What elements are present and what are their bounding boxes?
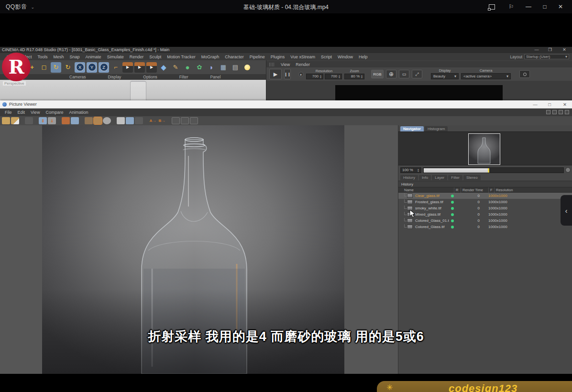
viewport-menu-item[interactable]: Cameras [69, 75, 86, 79]
pv-menu-item[interactable]: View [28, 110, 43, 115]
pv-minimize-button[interactable]: — [529, 100, 541, 109]
pan-tool-icon[interactable] [85, 117, 93, 124]
dock-float-icon[interactable] [559, 110, 563, 114]
pv-menu-item[interactable]: Compare [43, 110, 66, 115]
c4d-menu-item[interactable]: Plugins [268, 54, 288, 59]
player-maximize-button[interactable]: □ [540, 3, 549, 11]
rotate-tool-icon[interactable]: ↻ [51, 62, 61, 73]
compare-single-icon[interactable] [126, 117, 134, 124]
snapshot-camera-icon[interactable] [519, 70, 530, 78]
zoom-tool-icon[interactable] [94, 117, 102, 124]
viewport-menu-item[interactable]: Options [143, 75, 157, 79]
render-settings-icon[interactable]: ▶ [146, 62, 157, 73]
x-axis-lock-icon[interactable]: X [75, 62, 85, 73]
zoom-field[interactable]: 80 %▲▼ [344, 74, 364, 79]
alpha-globe-button[interactable]: ⊕ [386, 70, 396, 78]
stereo-both-icon[interactable] [181, 117, 189, 124]
rgb-channel-button[interactable]: RGB [371, 70, 384, 78]
history-row[interactable]: Frosted_glass.tif 0 1000x1000 [398, 199, 572, 205]
render-view-menu-item[interactable]: View [278, 62, 293, 67]
pv-maximize-button[interactable]: □ [543, 100, 556, 109]
resolution-width-field[interactable]: 700▲▼ [306, 74, 323, 79]
navigator-zoom-slider[interactable] [423, 167, 564, 173]
mograph-icon[interactable]: ✿ [194, 62, 205, 73]
render-view-menu-item[interactable]: Render [293, 62, 313, 67]
camera-dropdown[interactable]: <active camera>▾ [461, 73, 511, 79]
play-button[interactable]: ▶ [269, 69, 282, 79]
c4d-menu-item[interactable]: Animate [83, 54, 104, 59]
last-tool-icon[interactable]: ↻ [63, 62, 73, 73]
c4d-maximize-button[interactable]: ❐ [545, 47, 555, 53]
drag-handle[interactable] [269, 63, 274, 66]
actual-size-icon[interactable]: ⇓ [48, 117, 56, 124]
c4d-menu-item[interactable]: Pipeline [247, 54, 268, 59]
pv-menu-item[interactable]: Edit [15, 110, 28, 115]
fullscreen-exit-icon[interactable] [62, 117, 70, 124]
c4d-menu-item[interactable]: Window [335, 54, 356, 59]
z-axis-lock-icon[interactable]: Z [99, 62, 109, 73]
dock-tab-icon[interactable] [552, 110, 557, 114]
pv-menu-item[interactable]: File [2, 110, 15, 115]
col-resolution[interactable]: Resolution [494, 187, 572, 193]
c4d-menu-item[interactable]: MoGraph [198, 54, 222, 59]
tab-histogram[interactable]: Histogram [425, 126, 448, 131]
camera-object-icon[interactable]: ▤ [230, 62, 241, 73]
c4d-menu-item[interactable]: Mesh [51, 54, 67, 59]
compare-ab-icon[interactable] [135, 117, 143, 124]
add-cube-icon[interactable]: ◆ [158, 62, 169, 73]
stereo-right-icon[interactable] [190, 117, 198, 124]
panel-tab[interactable]: Stereo [463, 175, 481, 180]
y-axis-lock-icon[interactable]: Y [87, 62, 97, 73]
detach-button[interactable]: ⤢ [412, 70, 422, 78]
panel-tab[interactable]: History [400, 175, 418, 180]
zoom-slider-handle[interactable] [488, 168, 489, 173]
options-round-button[interactable]: ▸ [298, 72, 304, 77]
c4d-menu-item[interactable]: Sculpt [146, 54, 164, 59]
pv-menu-item[interactable]: Animation [66, 110, 91, 115]
compare-frame-button[interactable]: ▭ [399, 70, 409, 78]
save-file-icon[interactable] [11, 117, 19, 124]
c4d-close-button[interactable]: ✕ [560, 47, 569, 53]
c4d-menu-item[interactable]: Tools [35, 54, 51, 59]
floor-environment-icon[interactable]: ▦ [218, 62, 229, 73]
stereo-left-icon[interactable] [172, 117, 180, 124]
player-minimize-button[interactable]: — [524, 3, 533, 11]
coordinate-system-icon[interactable]: ⌐ [110, 62, 121, 73]
open-file-icon[interactable] [2, 117, 10, 124]
deformer-icon[interactable]: ◗ [206, 62, 217, 73]
panel-tab[interactable]: Layer [432, 175, 447, 180]
spline-pen-icon[interactable]: ✎ [170, 62, 181, 73]
history-row[interactable]: smoky_white.tif 0 1000x1000 [398, 205, 572, 211]
history-row[interactable]: Mixed_glass.tif 0 1000x1000 [398, 211, 572, 218]
pause-button[interactable]: ❙❙ [284, 69, 291, 79]
c4d-menu-item[interactable]: Motion Tracker [164, 54, 198, 59]
c4d-menu-item[interactable]: Script [318, 54, 335, 59]
pick-color-icon[interactable] [103, 117, 111, 124]
col-r[interactable]: R [454, 187, 461, 193]
c4d-viewport[interactable]: Perspective [0, 80, 266, 100]
c4d-menu-item[interactable]: Render [127, 54, 147, 59]
fit-to-view-icon[interactable]: ⇕ [39, 117, 47, 124]
set-b-image-icon[interactable]: B→ [158, 117, 166, 124]
tab-navigator[interactable]: Navigator [400, 126, 424, 131]
c4d-menu-item[interactable]: Character [222, 54, 247, 59]
set-a-image-icon[interactable]: A→ [149, 117, 157, 124]
history-row[interactable]: Colored_Glass.tif 0 1000x1000 [398, 224, 572, 230]
player-close-button[interactable]: ✕ [556, 3, 565, 11]
render-view-icon[interactable]: ▶ [122, 62, 133, 73]
col-name[interactable]: Name [404, 187, 454, 193]
render-picture-viewer-icon[interactable]: ▶ [134, 62, 145, 73]
panel-tab[interactable]: Filter [448, 175, 462, 180]
dock-close-icon[interactable] [565, 110, 569, 114]
scale-tool-icon[interactable]: ◻ [39, 62, 49, 73]
col-f[interactable]: F [488, 187, 494, 193]
mini-mode-icon[interactable] [489, 4, 495, 10]
light-object-icon[interactable] [242, 62, 253, 73]
pv-close-button[interactable]: ✕ [559, 100, 571, 109]
filmstrip-icon[interactable] [25, 117, 33, 124]
zoom-options-button[interactable] [565, 167, 571, 173]
navigator-thumbnail[interactable] [468, 133, 500, 165]
c4d-menu-item[interactable]: Vue xStream [287, 54, 318, 59]
stepper-icon[interactable]: ▲▼ [417, 168, 419, 172]
playlist-flyout-toggle[interactable]: ‹ [561, 195, 572, 226]
